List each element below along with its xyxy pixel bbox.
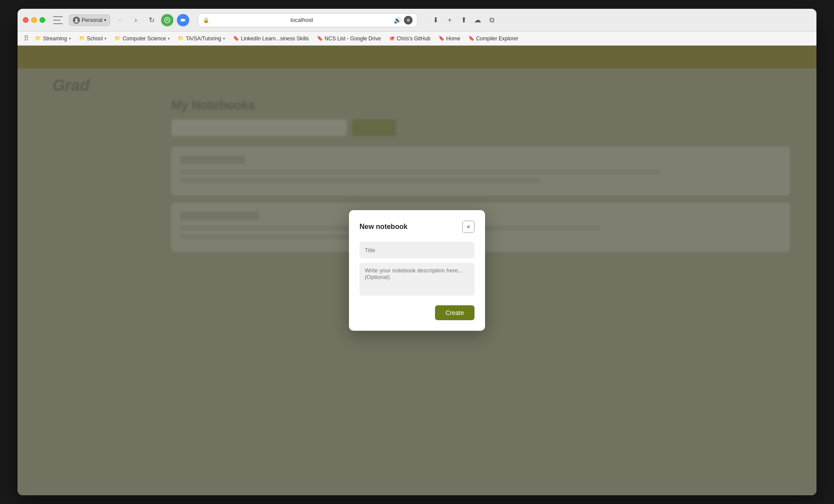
bookmark-school-label: School — [87, 36, 103, 42]
profile-chevron: ▾ — [104, 18, 106, 22]
new-tab-icon[interactable]: + — [444, 14, 455, 26]
bookmark-ta-label: TA/SA/Tutoring — [186, 36, 221, 42]
back-button[interactable]: ‹ — [114, 14, 126, 26]
modal-overlay[interactable]: New notebook × Create — [18, 46, 816, 495]
notebook-title-input[interactable] — [359, 242, 475, 258]
bookmark-ncs[interactable]: 🔖 NCS List - Google Drive — [313, 34, 385, 43]
bookmark-ta-sa[interactable]: 📁 TA/SA/Tutoring ▾ — [174, 34, 229, 43]
folder-icon: 📁 — [35, 36, 41, 41]
github-icon: 🐙 — [389, 36, 395, 41]
svg-point-1 — [165, 18, 170, 23]
sidebar-toggle-button[interactable] — [53, 16, 63, 24]
bookmark-cs-label: Computer Science — [122, 36, 166, 42]
minimize-button[interactable] — [31, 17, 37, 23]
url-text[interactable]: localhost — [212, 17, 391, 23]
chevron-down-icon: ▾ — [168, 36, 170, 41]
bookmark-linkedin-label: LinkedIn Learn...siness Skills — [241, 36, 309, 42]
audio-icon[interactable]: 🔊 — [394, 17, 401, 24]
linkedin-icon: 🔖 — [233, 36, 239, 41]
extension-icon[interactable]: ⊕ — [404, 16, 413, 25]
bookmark-ncs-label: NCS List - Google Drive — [325, 36, 381, 42]
modal-footer: Create — [359, 305, 475, 320]
share-icon[interactable]: ⬆ — [458, 14, 469, 26]
bookmark-compiler[interactable]: 🔖 Compiler Explorer — [465, 34, 522, 43]
download-icon[interactable]: ⬇ — [430, 14, 441, 26]
folder-icon: 📁 — [115, 36, 121, 41]
meet-icon[interactable] — [177, 14, 189, 26]
profile-button[interactable]: Personal ▾ — [69, 14, 110, 26]
home-icon: 🔖 — [439, 36, 445, 41]
bookmark-home[interactable]: 🔖 Home — [435, 34, 464, 43]
traffic-lights — [23, 17, 45, 23]
lock-icon: 🔒 — [203, 17, 209, 23]
bookmark-school[interactable]: 📁 School ▾ — [75, 34, 111, 43]
bookmarks-dots-icon[interactable]: ⠿ — [22, 34, 31, 43]
folder-icon: 📁 — [178, 36, 184, 41]
chevron-down-icon: ▾ — [69, 36, 71, 41]
tabs-icon[interactable]: ⧉ — [486, 14, 497, 26]
notebook-description-textarea[interactable] — [359, 263, 475, 296]
messenger-icon[interactable] — [161, 14, 173, 26]
close-button[interactable] — [23, 17, 29, 23]
browser-window: Personal ▾ ‹ › ↻ 🔒 localhost 🔊 ⊕ ⬇ + ⬆ ☁… — [18, 9, 816, 495]
chevron-down-icon: ▾ — [223, 36, 225, 41]
folder-icon: 📁 — [79, 36, 85, 41]
chevron-down-icon: ▾ — [104, 36, 107, 41]
bookmark-github[interactable]: 🐙 Chris's GitHub — [385, 34, 434, 43]
create-notebook-button[interactable]: Create — [435, 305, 475, 320]
bookmark-compiler-label: Compiler Explorer — [476, 36, 518, 42]
svg-point-0 — [75, 18, 78, 21]
bookmarks-bar: ⠿ 📁 Streaming ▾ 📁 School ▾ 📁 Computer Sc… — [18, 32, 816, 46]
bookmark-computer-science[interactable]: 📁 Computer Science ▾ — [111, 34, 173, 43]
modal-close-button[interactable]: × — [462, 221, 475, 233]
address-bar-container: 🔒 localhost 🔊 ⊕ — [198, 13, 417, 27]
svg-rect-2 — [181, 19, 184, 21]
forward-button[interactable]: › — [129, 14, 142, 26]
compiler-icon: 🔖 — [468, 36, 475, 41]
refresh-button[interactable]: ↻ — [145, 14, 158, 26]
bookmark-streaming-label: Streaming — [43, 36, 67, 42]
page-content: Grad My Notebooks New noteb — [18, 46, 816, 495]
bookmark-home-label: Home — [446, 36, 460, 42]
toolbar-right: ⬇ + ⬆ ☁ ⧉ — [430, 14, 497, 26]
modal-title: New notebook — [359, 223, 407, 231]
profile-label: Personal — [82, 17, 102, 23]
maximize-button[interactable] — [40, 17, 45, 23]
address-bar[interactable]: 🔒 localhost 🔊 ⊕ — [198, 13, 417, 27]
bookmark-linkedin[interactable]: 🔖 LinkedIn Learn...siness Skills — [230, 34, 313, 43]
cloud-icon[interactable]: ☁ — [472, 14, 483, 26]
bookmark-streaming[interactable]: 📁 Streaming ▾ — [32, 34, 75, 43]
modal-header: New notebook × — [359, 221, 475, 233]
profile-icon — [73, 17, 80, 24]
new-notebook-modal: New notebook × Create — [349, 210, 485, 331]
bookmark-github-label: Chris's GitHub — [397, 36, 431, 42]
drive-icon: 🔖 — [317, 36, 323, 41]
title-bar: Personal ▾ ‹ › ↻ 🔒 localhost 🔊 ⊕ ⬇ + ⬆ ☁… — [18, 9, 816, 32]
